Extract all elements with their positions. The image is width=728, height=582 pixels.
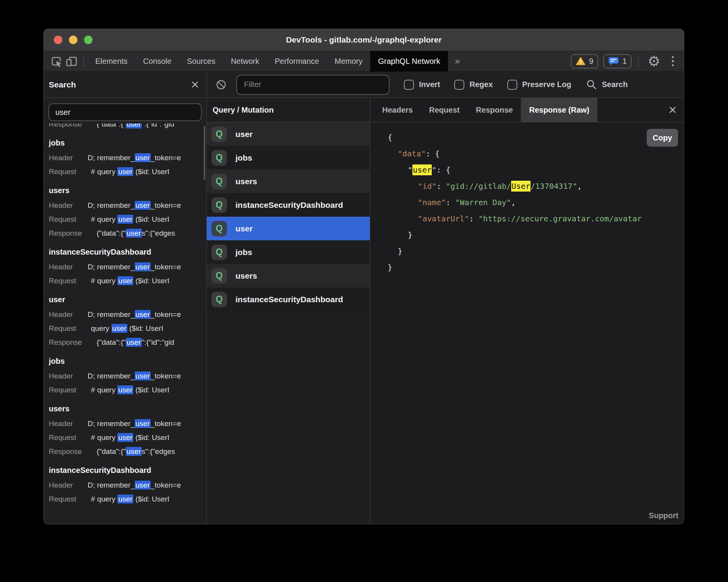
close-search-panel-icon[interactable]	[191, 80, 199, 89]
tab-network[interactable]: Network	[223, 51, 267, 72]
network-zone: Invert Regex Preserve Log	[207, 72, 684, 524]
minimize-window-button[interactable]	[69, 36, 77, 44]
titlebar: DevTools - gitlab.com/-/graphql-explorer	[44, 29, 684, 51]
search-results: Response{"data":{"user":{"id":"gidjobsHe…	[44, 121, 206, 524]
query-list-item[interactable]: Qusers	[207, 169, 370, 193]
search-scrollbar-thumb[interactable]	[204, 126, 205, 180]
search-result-line[interactable]: Response{"data":{"users":{"edges	[49, 445, 206, 459]
copy-button[interactable]: Copy	[647, 129, 678, 147]
regex-checkbox[interactable]	[454, 80, 464, 90]
search-result-line[interactable]: HeaderD; remember_user_token=e	[49, 478, 206, 492]
tab-sources[interactable]: Sources	[179, 51, 223, 72]
query-list-item[interactable]: Qusers	[207, 264, 370, 288]
search-result-line[interactable]: Request# query user ($id: UserI	[49, 165, 206, 179]
toolbar-search-button[interactable]: Search	[586, 79, 628, 90]
tab-graphql-network[interactable]: GraphQL Network	[370, 51, 448, 72]
result-group-title: jobs	[49, 135, 206, 151]
device-toolbar-icon[interactable]	[64, 51, 79, 72]
query-list-item[interactable]: Quser	[207, 217, 370, 240]
search-result-line[interactable]: Requestquery user ($id: UserI	[49, 322, 206, 336]
invert-checkbox[interactable]	[404, 80, 414, 90]
query-list-item[interactable]: QinstanceSecurityDashboard	[207, 288, 370, 311]
result-line-value: {"data":{"users":{"edges	[97, 226, 175, 240]
search-result-line[interactable]: HeaderD; remember_user_token=e	[49, 369, 206, 383]
support-link[interactable]: Support	[649, 511, 678, 520]
search-result-line[interactable]: Request# query user ($id: UserI	[49, 274, 206, 288]
detail-tab-response[interactable]: Response	[468, 98, 521, 122]
query-item-label: jobs	[235, 153, 252, 163]
invert-checkbox-group: Invert	[404, 80, 440, 90]
result-line-label: Header	[49, 151, 73, 165]
detail-tab-request[interactable]: Request	[421, 98, 468, 122]
query-list-item[interactable]: Quser	[207, 122, 370, 146]
json-line: "name": "Warren Day",	[388, 194, 684, 211]
result-line-value: {"data":{"users":{"edges	[97, 445, 175, 459]
result-group-title: jobs	[49, 353, 206, 369]
tabbar-separator	[83, 56, 84, 67]
result-line-label: Response	[49, 445, 82, 459]
detail-tab-headers[interactable]: Headers	[374, 98, 421, 122]
messages-badge[interactable]: 1	[603, 54, 632, 68]
result-group-title: instanceSecurityDashboard	[49, 244, 206, 260]
tab-console[interactable]: Console	[135, 51, 179, 72]
search-result-line[interactable]: HeaderD; remember_user_token=e	[49, 417, 206, 431]
tab-memory[interactable]: Memory	[327, 51, 370, 72]
filter-input[interactable]	[236, 75, 390, 95]
issues-warning-badge[interactable]: 9	[571, 54, 598, 68]
search-input[interactable]	[48, 103, 202, 121]
kebab-menu-icon[interactable]	[668, 56, 678, 67]
invert-label: Invert	[419, 80, 440, 89]
devtools-tabs: ElementsConsoleSourcesNetworkPerformance…	[88, 51, 448, 72]
query-list-item[interactable]: Qjobs	[207, 146, 370, 169]
search-icon	[586, 79, 597, 90]
query-list-item[interactable]: Qjobs	[207, 240, 370, 264]
search-result-line[interactable]: HeaderD; remember_user_token=e	[49, 260, 206, 274]
search-result-line[interactable]: Request# query user ($id: UserI	[49, 383, 206, 397]
search-panel: Search Response{"data":{"user":{"id":"gi…	[44, 72, 207, 524]
query-item-label: users	[235, 271, 257, 281]
tab-elements[interactable]: Elements	[88, 51, 135, 72]
devtools-tabbar: ElementsConsoleSourcesNetworkPerformance…	[44, 51, 684, 72]
match-highlight: user	[126, 123, 142, 128]
query-list-header: Query / Mutation	[207, 98, 370, 122]
result-line-value: D; remember_user_token=e	[88, 260, 181, 274]
search-result-line[interactable]: Request# query user ($id: UserI	[49, 431, 206, 445]
search-result-line[interactable]: HeaderD; remember_user_token=e	[49, 308, 206, 322]
settings-gear-icon[interactable]: ⚙	[645, 51, 663, 72]
close-window-button[interactable]	[54, 36, 62, 44]
query-type-badge: Q	[211, 292, 227, 307]
close-detail-panel-icon[interactable]	[668, 106, 677, 114]
response-raw-view: {"data": {"user": {"id": "gid://gitlab/U…	[370, 122, 684, 524]
result-line-value: D; remember_user_token=e	[88, 199, 181, 212]
query-item-label: users	[235, 177, 257, 186]
toolbar-search-label: Search	[602, 80, 628, 89]
inspect-element-icon[interactable]	[48, 51, 64, 72]
controls-separator	[638, 55, 639, 67]
devtools-window: DevTools - gitlab.com/-/graphql-explorer…	[43, 29, 684, 524]
result-line-value: {"data":{"user":{"id":"gid	[97, 123, 174, 131]
search-result-line[interactable]: Response{"data":{"users":{"edges	[49, 226, 206, 240]
search-result-line[interactable]: Response{"data":{"user":{"id":"gid	[49, 123, 206, 131]
search-result-line[interactable]: Request# query user ($id: UserI	[49, 492, 206, 506]
result-line-label: Header	[49, 478, 73, 492]
search-result-line[interactable]: Request# query user ($id: UserI	[49, 212, 206, 226]
query-list-item[interactable]: QinstanceSecurityDashboard	[207, 193, 370, 217]
search-box	[44, 98, 206, 121]
result-line-label: Header	[49, 369, 73, 383]
result-line-label: Header	[49, 260, 73, 274]
preserve-log-checkbox[interactable]	[507, 80, 517, 90]
query-type-badge: Q	[211, 127, 227, 142]
match-highlight: user	[117, 276, 133, 285]
more-tabs-icon[interactable]: »	[448, 51, 467, 72]
zoom-window-button[interactable]	[84, 36, 93, 44]
search-panel-title: Search	[49, 80, 76, 89]
tab-performance[interactable]: Performance	[267, 51, 327, 72]
search-result-line[interactable]: HeaderD; remember_user_token=e	[49, 151, 206, 165]
search-result-line[interactable]: HeaderD; remember_user_token=e	[49, 199, 206, 212]
result-line-value: # query user ($id: UserI	[91, 212, 170, 226]
detail-tab-response-raw[interactable]: Response (Raw)	[521, 98, 598, 122]
result-line-label: Header	[49, 417, 73, 431]
clear-log-icon[interactable]	[216, 79, 227, 90]
match-highlight: user	[135, 153, 151, 162]
search-result-line[interactable]: Response{"data":{"user":{"id":"gid	[49, 336, 206, 349]
